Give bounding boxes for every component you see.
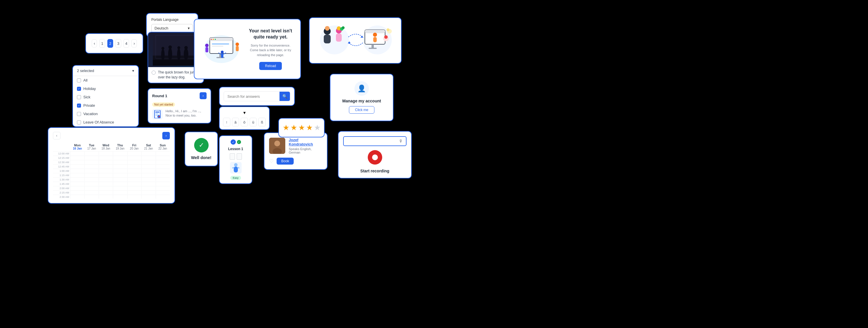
portals-select[interactable]: Deutsch ▾ <box>151 24 193 32</box>
cal-cell[interactable] <box>113 177 127 182</box>
cal-cell[interactable] <box>156 156 170 160</box>
cal-cell[interactable] <box>99 195 113 199</box>
cal-cell[interactable] <box>113 160 127 164</box>
star-3[interactable]: ★ <box>298 123 305 132</box>
cal-cell[interactable] <box>142 164 156 168</box>
cal-cell[interactable] <box>142 160 156 164</box>
cal-cell[interactable] <box>99 169 113 173</box>
book-button[interactable]: Book <box>277 158 294 165</box>
cal-cell[interactable] <box>85 151 99 155</box>
cal-cell[interactable] <box>142 177 156 182</box>
cal-cell[interactable] <box>70 160 85 164</box>
calendar-prev-button[interactable]: ‹ <box>53 132 60 139</box>
pagination-next[interactable]: › <box>131 39 136 47</box>
cal-cell[interactable] <box>142 195 156 199</box>
pagination-prev[interactable]: ‹ <box>92 39 97 47</box>
radio-button[interactable] <box>152 71 156 75</box>
cal-cell[interactable] <box>70 195 85 199</box>
char-a-umlaut[interactable]: ä <box>232 118 239 126</box>
page-1[interactable]: 1 <box>99 39 105 48</box>
cal-cell[interactable] <box>85 164 99 168</box>
cal-cell[interactable] <box>156 160 170 164</box>
cal-cell[interactable] <box>70 156 85 160</box>
cal-cell[interactable] <box>99 186 113 190</box>
cal-cell[interactable] <box>99 190 113 194</box>
cal-cell[interactable] <box>113 173 127 177</box>
char-up-arrow[interactable]: ↑ <box>223 118 230 126</box>
char-o-umlaut[interactable]: ö <box>241 118 248 126</box>
star-2[interactable]: ★ <box>290 123 297 132</box>
cal-cell[interactable] <box>127 177 142 182</box>
cal-cell[interactable] <box>113 169 127 173</box>
cal-cell[interactable] <box>156 173 170 177</box>
option-all[interactable]: All <box>73 76 138 85</box>
star-1[interactable]: ★ <box>283 123 289 132</box>
cal-cell[interactable] <box>70 164 85 168</box>
checkbox-private[interactable] <box>77 103 81 108</box>
char-eszett[interactable]: ß <box>258 118 266 126</box>
cal-cell[interactable] <box>99 151 113 155</box>
cal-cell[interactable] <box>85 177 99 182</box>
checkbox-sick[interactable] <box>77 95 81 99</box>
chars-dropdown-header[interactable]: ▾ <box>223 110 266 116</box>
cal-cell[interactable] <box>142 173 156 177</box>
round-arrow-button[interactable]: › <box>199 92 207 99</box>
cal-cell[interactable] <box>156 195 170 199</box>
cal-cell[interactable] <box>127 186 142 190</box>
cal-cell[interactable] <box>113 190 127 194</box>
cal-cell[interactable] <box>70 177 85 182</box>
cal-cell[interactable] <box>127 151 142 155</box>
cal-cell[interactable] <box>142 169 156 173</box>
option-vacation[interactable]: Vacation <box>73 110 138 118</box>
cal-cell[interactable] <box>85 195 99 199</box>
star-5[interactable]: ★ <box>314 123 320 132</box>
checkbox-vacation[interactable] <box>77 112 81 116</box>
multiselect-header[interactable]: 2 selected ▾ <box>73 66 138 76</box>
cal-cell[interactable] <box>99 182 113 186</box>
cal-cell[interactable] <box>70 190 85 194</box>
cal-cell[interactable] <box>156 186 170 190</box>
cal-cell[interactable] <box>85 190 99 194</box>
record-button[interactable] <box>368 150 382 165</box>
cal-cell[interactable] <box>85 186 99 190</box>
cal-cell[interactable] <box>70 182 85 186</box>
cal-cell[interactable] <box>99 160 113 164</box>
cal-cell[interactable] <box>127 182 142 186</box>
cal-cell[interactable] <box>99 156 113 160</box>
cal-cell[interactable] <box>156 190 170 194</box>
reload-button[interactable]: Reload <box>259 62 282 70</box>
checkbox-all[interactable] <box>77 78 81 83</box>
click-me-button[interactable]: Click me <box>349 106 374 114</box>
cal-cell[interactable] <box>99 173 113 177</box>
page-2[interactable]: 2 <box>107 39 113 48</box>
cal-cell[interactable] <box>127 190 142 194</box>
cal-cell[interactable] <box>127 169 142 173</box>
cal-cell[interactable] <box>156 164 170 168</box>
cal-cell[interactable] <box>85 169 99 173</box>
cal-cell[interactable] <box>156 182 170 186</box>
cal-cell[interactable] <box>113 151 127 155</box>
cal-cell[interactable] <box>113 156 127 160</box>
cal-cell[interactable] <box>113 186 127 190</box>
checkbox-leave-of-absence[interactable] <box>77 120 81 124</box>
cal-cell[interactable] <box>127 195 142 199</box>
star-4[interactable]: ★ <box>306 123 313 132</box>
cal-cell[interactable] <box>85 156 99 160</box>
cal-cell[interactable] <box>113 182 127 186</box>
cal-cell[interactable] <box>70 169 85 173</box>
cal-cell[interactable] <box>113 195 127 199</box>
cal-cell[interactable] <box>70 186 85 190</box>
cal-cell[interactable] <box>156 177 170 182</box>
page-4[interactable]: 4 <box>124 39 129 48</box>
cal-cell[interactable] <box>85 173 99 177</box>
page-3[interactable]: 3 <box>116 39 121 48</box>
search-input[interactable] <box>224 92 279 101</box>
option-private[interactable]: Private <box>73 101 138 110</box>
calendar-next-button[interactable]: › <box>162 132 170 139</box>
option-holiday[interactable]: Holiday <box>73 85 138 93</box>
cal-cell[interactable] <box>142 151 156 155</box>
cal-cell[interactable] <box>70 151 85 155</box>
option-sick[interactable]: Sick <box>73 93 138 101</box>
cal-cell[interactable] <box>113 164 127 168</box>
checkbox-holiday[interactable] <box>77 87 81 91</box>
